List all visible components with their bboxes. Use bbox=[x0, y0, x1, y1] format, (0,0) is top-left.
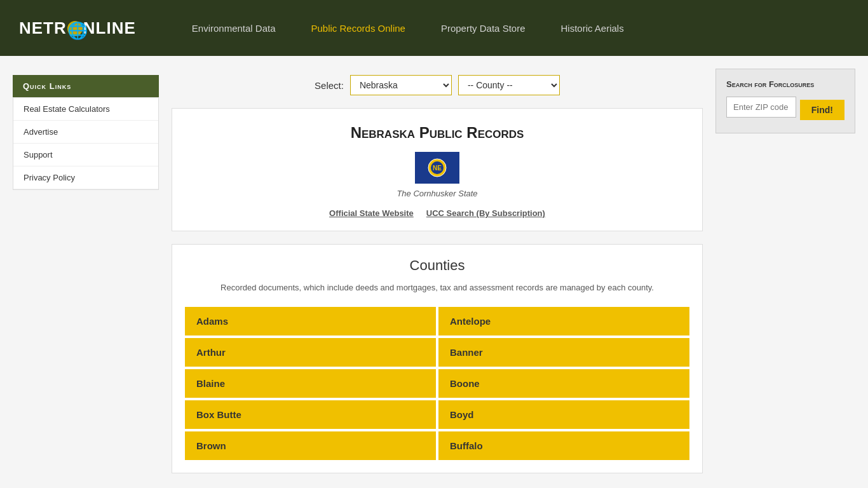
foreclosure-box: Search for Forclosures Find! bbox=[715, 69, 855, 133]
main-nav: Environmental Data Public Records Online… bbox=[174, 23, 849, 34]
state-select[interactable]: Nebraska Alabama Alaska bbox=[350, 75, 452, 95]
county-buffalo[interactable]: Buffalo bbox=[438, 431, 689, 460]
header: NETR🌐NLINE Environmental Data Public Rec… bbox=[0, 0, 868, 56]
county-adams[interactable]: Adams bbox=[185, 307, 436, 336]
zip-code-input[interactable] bbox=[726, 97, 796, 118]
main-content: Select: Nebraska Alabama Alaska -- Count… bbox=[172, 69, 703, 473]
state-info-box: Nebraska Public Records NE The Cornhuske… bbox=[172, 108, 703, 231]
counties-description: Recorded documents, which include deeds … bbox=[185, 281, 689, 294]
logo[interactable]: NETR🌐NLINE bbox=[19, 18, 136, 38]
select-label: Select: bbox=[315, 80, 344, 91]
sidebar-links: Real Estate Calculators Advertise Suppor… bbox=[13, 97, 159, 190]
ucc-search-link[interactable]: UCC Search (By Subscription) bbox=[426, 208, 545, 218]
foreclosure-search-row: Find! bbox=[726, 97, 844, 123]
svg-text:NE: NE bbox=[433, 165, 442, 172]
county-box-butte[interactable]: Box Butte bbox=[185, 400, 436, 429]
state-nickname: The Cornhusker State bbox=[185, 189, 689, 198]
right-sidebar: Search for Forclosures Find! bbox=[715, 69, 855, 473]
sidebar-item-support[interactable]: Support bbox=[13, 144, 158, 166]
county-antelope[interactable]: Antelope bbox=[438, 307, 689, 336]
quick-links-title: Quick Links bbox=[13, 75, 159, 97]
sidebar-item-privacy[interactable]: Privacy Policy bbox=[13, 166, 158, 189]
counties-title: Counties bbox=[185, 257, 689, 274]
globe-icon: 🌐 bbox=[67, 21, 83, 36]
flag-svg: NE bbox=[415, 152, 459, 184]
select-bar: Select: Nebraska Alabama Alaska -- Count… bbox=[172, 69, 703, 108]
nav-public-records-online[interactable]: Public Records Online bbox=[294, 23, 423, 34]
county-brown[interactable]: Brown bbox=[185, 431, 436, 460]
county-blaine[interactable]: Blaine bbox=[185, 369, 436, 398]
sidebar-item-real-estate[interactable]: Real Estate Calculators bbox=[13, 98, 158, 121]
county-arthur[interactable]: Arthur bbox=[185, 338, 436, 367]
sidebar-item-advertise[interactable]: Advertise bbox=[13, 121, 158, 144]
state-links: Official State Website UCC Search (By Su… bbox=[185, 208, 689, 218]
nav-historic-aerials[interactable]: Historic Aerials bbox=[543, 23, 641, 34]
county-banner[interactable]: Banner bbox=[438, 338, 689, 367]
county-boone[interactable]: Boone bbox=[438, 369, 689, 398]
county-select[interactable]: -- County -- bbox=[458, 75, 560, 95]
state-flag: NE bbox=[415, 152, 459, 184]
find-button[interactable]: Find! bbox=[800, 100, 844, 120]
county-boyd[interactable]: Boyd bbox=[438, 400, 689, 429]
main-layout: Quick Links Real Estate Calculators Adve… bbox=[0, 56, 868, 486]
nav-property-data-store[interactable]: Property Data Store bbox=[423, 23, 543, 34]
nav-environmental-data[interactable]: Environmental Data bbox=[174, 23, 294, 34]
counties-section: Counties Recorded documents, which inclu… bbox=[172, 244, 703, 473]
state-title: Nebraska Public Records bbox=[185, 124, 689, 142]
official-state-link[interactable]: Official State Website bbox=[329, 208, 414, 218]
foreclosure-title: Search for Forclosures bbox=[726, 79, 844, 89]
left-sidebar: Quick Links Real Estate Calculators Adve… bbox=[13, 75, 159, 473]
counties-grid: Adams Antelope Arthur Banner Blaine Boon… bbox=[185, 307, 689, 460]
